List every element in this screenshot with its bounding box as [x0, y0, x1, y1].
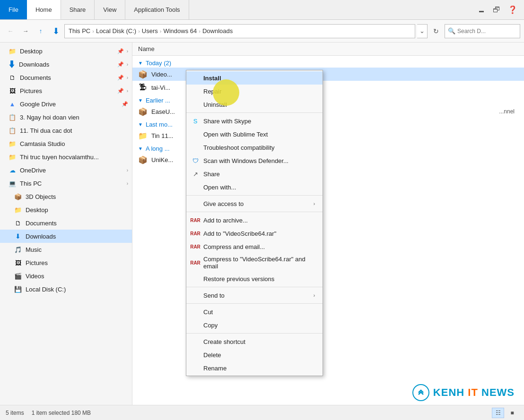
file-tab[interactable]: File: [0, 0, 27, 19]
sidebar-item-pictures2[interactable]: 🖼 Pictures: [0, 256, 132, 269]
ctx-copy[interactable]: Copy: [186, 318, 323, 332]
desktop-icon: 📁: [8, 46, 17, 56]
ctx-open-with[interactable]: Open with...: [186, 180, 323, 194]
minimize-icon[interactable]: 🗕: [476, 5, 487, 15]
sidebar-item-3ngay[interactable]: 📋 3. Ngay hoi doan vien: [0, 111, 132, 124]
sidebar-item-downloads[interactable]: Downloads 📌 ›: [0, 58, 132, 71]
ctx-sep5: [186, 303, 323, 304]
ctx-share-label: Share: [203, 171, 220, 178]
help-icon[interactable]: ❓: [506, 4, 519, 15]
sidebar-item-downloads2[interactable]: ⬇ Downloads: [0, 230, 132, 243]
ctx-repair-label: Repair: [203, 88, 221, 95]
sidebar-item-documents2[interactable]: 🗋 Documents: [0, 216, 132, 230]
ctx-compress-rar-label: Compress to "VideoScribe64.rar" and emai…: [203, 256, 315, 270]
ctx-share[interactable]: ↗ Share: [186, 167, 323, 180]
ctx-cut[interactable]: Cut: [186, 305, 323, 318]
refresh-button[interactable]: ↻: [429, 25, 443, 38]
name-column: Name: [138, 45, 155, 52]
ctx-give-access-label: Give access to: [203, 200, 244, 207]
application-tools-tab[interactable]: Application Tools: [125, 0, 189, 19]
ctx-scan-defender[interactable]: 🛡 Scan with Windows Defender...: [186, 154, 323, 167]
view-tab[interactable]: View: [95, 0, 125, 19]
details-view-button[interactable]: ☷: [492, 408, 504, 418]
forward-button[interactable]: →: [19, 25, 32, 38]
sidebar-item-gdrive[interactable]: ▲ Google Drive 📌: [0, 97, 132, 111]
sidebar-item-11thi[interactable]: 📋 11. Thi dua cac dot: [0, 124, 132, 137]
ctx-give-access[interactable]: Give access to ›: [186, 197, 323, 210]
skype-icon: S: [191, 117, 200, 125]
sidebar-item-label: Pictures: [20, 87, 114, 94]
installer-icon: 📦: [138, 69, 148, 79]
sidebar-item-label: Downloads: [19, 61, 114, 68]
ctx-add-archive[interactable]: RAR Add to archive...: [186, 214, 323, 227]
sidebar-item-thitruc[interactable]: 📁 Thi truc tuyen hocvalamthu...: [0, 150, 132, 163]
ctx-send-to-label: Send to: [203, 292, 225, 299]
sidebar-item-label: Videos: [26, 273, 128, 280]
ctx-sep4: [186, 287, 323, 287]
sidebar-item-onedrive[interactable]: ☁ OneDrive ›: [0, 163, 132, 177]
sidebar-item-music[interactable]: 🎵 Music: [0, 243, 132, 256]
large-icons-view-button[interactable]: ■: [506, 408, 518, 418]
folder-icon: 📋: [8, 126, 17, 135]
sidebar-item-thispc[interactable]: 💻 This PC ›: [0, 177, 132, 190]
address-bar: ← → ↑ ⬇ This PC › Local Disk (C:) › User…: [0, 20, 524, 43]
search-box[interactable]: 🔍: [445, 24, 520, 38]
sidebar-item-3dobjects[interactable]: 📦 3D Objects: [0, 190, 132, 203]
sidebar-item-label: Camtasia Studio: [20, 140, 128, 147]
up-button[interactable]: ↑: [34, 25, 47, 38]
submenu-arrow: ›: [314, 201, 315, 206]
sidebar-item-videos[interactable]: 🎬 Videos: [0, 269, 132, 283]
ctx-share-skype[interactable]: S Share with Skype: [186, 114, 323, 128]
ctx-copy-label: Copy: [203, 322, 218, 329]
ctx-repair[interactable]: Repair: [186, 85, 323, 98]
share-icon: ↗: [191, 170, 200, 178]
ctx-compress-email[interactable]: RAR Compress and email...: [186, 240, 323, 253]
share-tab[interactable]: Share: [61, 0, 95, 19]
title-bar: File Home Share View Application Tools 🗕…: [0, 0, 524, 20]
downloads-icon: [9, 60, 15, 68]
ctx-compress-rar-email[interactable]: RAR Compress to "VideoScribe64.rar" and …: [186, 253, 323, 272]
sidebar-item-camtasia[interactable]: 📁 Camtasia Studio: [0, 137, 132, 150]
disk-icon: 💾: [13, 284, 23, 294]
ctx-install[interactable]: Install: [186, 71, 323, 85]
maximize-icon[interactable]: 🗗: [491, 5, 502, 15]
sidebar-item-localdisk[interactable]: 💾 Local Disk (C:): [0, 283, 132, 296]
installer2-icon: 📦: [138, 107, 148, 116]
downloads2-icon: ⬇: [13, 231, 23, 241]
rar-icon: 🗜: [138, 83, 148, 92]
back-button[interactable]: ←: [4, 25, 17, 38]
ctx-share-skype-label: Share with Skype: [203, 118, 251, 125]
documents-icon: 🗋: [8, 73, 17, 82]
sidebar-item-desktop2[interactable]: 📁 Desktop: [0, 203, 132, 216]
group-today[interactable]: ▼ Today (2): [132, 57, 524, 68]
sidebar-item-desktop[interactable]: 📁 Desktop 📌 ›: [0, 44, 132, 58]
rar2-icon: RAR: [191, 229, 200, 238]
home-tab[interactable]: Home: [27, 0, 61, 19]
ctx-delete[interactable]: Delete: [186, 348, 323, 361]
ctx-restore[interactable]: Restore previous versions: [186, 272, 323, 285]
ctx-send-to[interactable]: Send to ›: [186, 289, 323, 302]
view-tab-label: View: [103, 6, 116, 13]
sidebar-item-label: Downloads: [26, 233, 128, 240]
ctx-uninstall[interactable]: Uninstall: [186, 98, 323, 111]
sidebar-item-label: This PC: [20, 180, 124, 187]
rar-icon: RAR: [191, 216, 200, 224]
path-part-0: This PC: [69, 27, 90, 34]
sidebar-item-documents[interactable]: 🗋 Documents 📌 ›: [0, 71, 132, 84]
ctx-open-sublime[interactable]: Open with Sublime Text: [186, 128, 323, 141]
watermark-it: IT: [468, 386, 478, 398]
ctx-create-shortcut-label: Create shortcut: [203, 338, 245, 345]
ctx-troubleshoot[interactable]: Troubleshoot compatibility: [186, 141, 323, 154]
address-path[interactable]: This PC › Local Disk (C:) › Users › Wind…: [64, 24, 415, 38]
sidebar-item-label: Local Disk (C:): [26, 286, 128, 293]
path-part-4: Downloads: [202, 27, 233, 34]
ctx-rename[interactable]: Rename: [186, 361, 323, 375]
path-chevron[interactable]: ⌄: [417, 24, 428, 38]
sidebar-item-pictures[interactable]: 🖼 Pictures 📌 ›: [0, 84, 132, 97]
search-input[interactable]: [457, 28, 517, 34]
onedrive-icon: ☁: [8, 165, 17, 175]
ctx-add-rar-label: Add to "VideoScribe64.rar": [203, 230, 276, 237]
ctx-create-shortcut[interactable]: Create shortcut: [186, 335, 323, 348]
ctx-uninstall-label: Uninstall: [203, 101, 227, 108]
ctx-add-rar[interactable]: RAR Add to "VideoScribe64.rar": [186, 227, 323, 240]
